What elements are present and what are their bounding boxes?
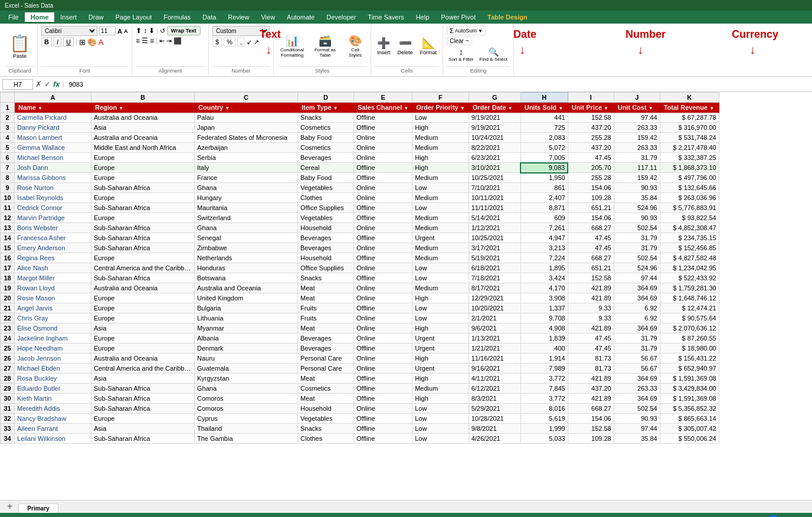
header-total-revenue[interactable]: Total Revenue ▼ (660, 103, 719, 113)
decrease-decimal-icon[interactable]: ↙ (247, 38, 252, 46)
number-annotation: Number ↓ (626, 28, 666, 41)
formula-check-icon[interactable]: ✗ (35, 80, 42, 89)
table-row: 18Margot MillerSub-Saharan AfricaBotswan… (1, 273, 719, 283)
col-header-f[interactable]: F (412, 93, 469, 103)
selected-cell-h7[interactable]: 9,083 (520, 163, 568, 173)
clear-button[interactable]: Clear ~ (447, 37, 472, 45)
menu-item-formulas[interactable]: Formulas (158, 12, 197, 22)
menu-item-automate[interactable]: Automate (281, 12, 320, 22)
conditional-formatting-button[interactable]: 📊 Conditional Formatting (277, 33, 307, 59)
find-select-button[interactable]: 🔍 Find & Select (477, 47, 509, 63)
col-header-e[interactable]: E (354, 93, 412, 103)
header-item-type[interactable]: Item Type ▼ (298, 103, 354, 113)
header-order-priority[interactable]: Order Priority ▼ (412, 103, 469, 113)
wrap-text-button[interactable]: Wrap Text (167, 26, 201, 35)
add-sheet-button[interactable]: + (2, 500, 17, 513)
paste-button[interactable]: 📋 Paste (7, 32, 32, 60)
col-header-g[interactable]: G (469, 93, 520, 103)
align-bottom-icon[interactable]: ⬇ (149, 27, 155, 35)
title-bar: Excel - Sales Data (0, 0, 812, 11)
font-name-select[interactable]: Calibri (41, 26, 97, 36)
menu-item-data[interactable]: Data (197, 12, 222, 22)
format-as-table-button[interactable]: 🗃️ Format as Table (310, 33, 340, 59)
fx-icon[interactable]: fx (53, 80, 60, 89)
menu-item-view[interactable]: View (255, 12, 281, 22)
align-top-icon[interactable]: ⬆ (136, 27, 142, 35)
col-header-d[interactable]: D (298, 93, 354, 103)
increase-font-icon[interactable]: A (117, 28, 122, 35)
fill-color-icon[interactable]: 🎨 (87, 38, 97, 47)
header-region[interactable]: Region ▼ (91, 103, 195, 113)
header-unit-price[interactable]: Unit Price ▼ (568, 103, 614, 113)
table-row: 24Jackeline InghamEuropeAlbaniaBeverages… (1, 333, 719, 343)
header-unit-cost[interactable]: Unit Cost ▼ (614, 103, 660, 113)
table-row: 8Marissa GibbonsEuropeFranceBaby FoodOff… (1, 173, 719, 183)
decrease-indent-icon[interactable]: ⇤ (159, 37, 165, 45)
font-color-icon[interactable]: A (99, 38, 104, 47)
table-row: 26Jacob JennsonAustralia and OceaniaNaur… (1, 354, 719, 364)
formula-input[interactable] (66, 80, 810, 89)
header-sales-channel[interactable]: Sales Channel ▼ (354, 103, 412, 113)
header-order-date[interactable]: Order Date ▼ (469, 103, 520, 113)
border-icon[interactable]: ⊞ (79, 38, 86, 47)
underline-button[interactable]: U (63, 37, 74, 47)
delete-button[interactable]: ➖ Delete (395, 35, 415, 57)
menu-item-home[interactable]: Home (25, 12, 55, 22)
increase-decimal-icon[interactable]: ↗ (254, 38, 259, 46)
italic-button[interactable]: I (54, 37, 61, 47)
sheet-tab-primary[interactable]: Primary (18, 503, 58, 513)
col-header-a[interactable]: A (15, 93, 91, 103)
bold-button[interactable]: B (41, 37, 52, 47)
status-bar: Ready Average: 9083 Count: 1 Sum: 9083 ▦… (0, 513, 812, 517)
ribbon: 📋 Paste Clipboard Calibri A A B I U | ⊞ (0, 24, 812, 77)
align-right-icon[interactable]: ≡ (150, 37, 154, 45)
formula-cancel-icon[interactable]: ✓ (44, 80, 51, 89)
menu-item-file[interactable]: File (2, 12, 25, 22)
percent-btn[interactable]: % (224, 37, 235, 47)
rotate-text-icon[interactable]: ↺ (160, 27, 165, 35)
data-header-row: 1 Name ▼ Region ▼ Country ▼ Item Type ▼ … (1, 103, 719, 113)
align-left-icon[interactable]: ≡ (136, 37, 140, 45)
menu-item-review[interactable]: Review (222, 12, 255, 22)
col-header-b[interactable]: B (91, 93, 195, 103)
number-format-select[interactable]: Custom (212, 26, 270, 36)
col-header-i[interactable]: I (568, 93, 614, 103)
align-center-icon[interactable]: ☰ (142, 37, 148, 45)
menu-item-draw[interactable]: Draw (83, 12, 110, 22)
cell-reference-box[interactable] (2, 79, 33, 90)
table-row: 22Chris GrayEuropeLithuaniaFruitsOnlineL… (1, 313, 719, 323)
col-header-c[interactable]: C (195, 93, 298, 103)
col-header-j[interactable]: J (614, 93, 660, 103)
comma-btn[interactable]: , (237, 37, 245, 47)
format-button[interactable]: 📐 Format (418, 35, 440, 57)
table-row: 10Isabel ReynoldsEuropeHungaryClothesOnl… (1, 193, 719, 203)
menu-item-table-design[interactable]: Table Design (482, 12, 533, 22)
font-group-label: Font (41, 66, 128, 74)
zoom-slider[interactable] (760, 515, 807, 517)
autosum-button[interactable]: Σ AutoSum ▼ (447, 26, 486, 35)
header-units-sold[interactable]: Units Sold ▼ (520, 103, 568, 113)
col-header-h[interactable]: H (520, 93, 568, 103)
header-name[interactable]: Name ▼ (15, 103, 91, 113)
font-size-input[interactable] (99, 27, 116, 35)
menu-item-page-layout[interactable]: Page Layout (109, 12, 158, 22)
insert-button[interactable]: ➕ Insert (375, 35, 393, 57)
col-header-k[interactable]: K (660, 93, 719, 103)
align-middle-icon[interactable]: ↕ (143, 27, 147, 35)
increase-indent-icon[interactable]: ⇥ (166, 37, 172, 45)
merge-cells-icon[interactable]: ⬛ (173, 37, 182, 45)
menu-item-insert[interactable]: Insert (54, 12, 83, 22)
menu-item-help[interactable]: Help (410, 12, 436, 22)
cell-styles-button[interactable]: 🎨 Cell Styles (343, 33, 367, 59)
table-row: 25Hope NeedhamEuropeDenmarkBeveragesOffl… (1, 343, 719, 354)
header-country[interactable]: Country ▼ (195, 103, 298, 113)
sort-filter-button[interactable]: ↕ Sort & Filter (447, 47, 475, 63)
formula-bar: ✗ ✓ fx | (0, 77, 812, 92)
menu-item-power-pivot[interactable]: Power Pivot (435, 12, 482, 22)
menu-item-time-savers[interactable]: Time Savers (362, 12, 410, 22)
menu-item-developer[interactable]: Developer (320, 12, 362, 22)
table-row: 21Angel JarvisEuropeBulgariaFruitsOfflin… (1, 303, 719, 313)
decrease-font-icon[interactable]: A (124, 28, 128, 34)
menu-bar: File Home Insert Draw Page Layout Formul… (0, 11, 812, 24)
currency-btn[interactable]: $ (212, 37, 222, 47)
